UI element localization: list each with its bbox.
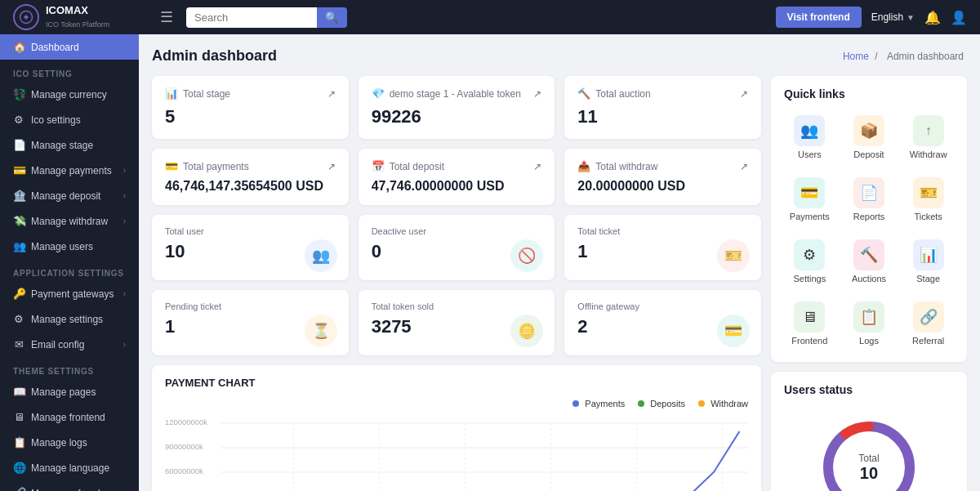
quick-link-users[interactable]: 👥 Users	[784, 110, 835, 164]
withdraw-icon: 📤	[577, 160, 590, 172]
user-icon[interactable]: 👤	[951, 10, 967, 25]
quick-link-label: Reports	[853, 212, 885, 221]
sidebar-item-manage-currency[interactable]: 💱 Manage currency	[0, 82, 139, 107]
sidebar-item-ico-settings[interactable]: ⚙ Ico settings	[0, 107, 139, 132]
sidebar-item-email-config[interactable]: ✉ Email config ›	[0, 332, 139, 357]
quick-link-deposit[interactable]: 📦 Deposit	[844, 110, 895, 164]
sidebar-item-manage-withdraw[interactable]: 💸 Manage withdraw ›	[0, 208, 139, 234]
sidebar-item-label: Manage users	[31, 241, 93, 252]
quick-link-label: Users	[798, 150, 822, 159]
search-button[interactable]: 🔍	[317, 7, 347, 28]
token-icon: 💎	[372, 87, 385, 100]
sidebar-item-label: Manage settings	[31, 314, 103, 325]
sidebar-item-label: Manage frontend	[31, 412, 105, 423]
quick-link-payments[interactable]: 💳 Payments	[784, 172, 835, 226]
svg-text:120000000k: 120000000k	[165, 418, 207, 426]
sidebar-item-manage-deposit[interactable]: 🏦 Manage deposit ›	[0, 183, 139, 208]
legend-withdraw: Withdraw	[698, 399, 748, 408]
stats-row-2: 💳 Total payments ↗ 46,746,147.35654500 U…	[152, 149, 761, 205]
stats-row-1: 📊 Total stage ↗ 5 💎 demo stage 1 - Avala…	[152, 76, 761, 139]
payments-icon: 💳	[165, 160, 178, 172]
quick-link-label: Referral	[912, 336, 944, 346]
sidebar-item-payment-gateways[interactable]: 🔑 Payment gateways ›	[0, 281, 139, 306]
sidebar-item-manage-payments[interactable]: 💳 Manage payments ›	[0, 158, 139, 183]
sidebar-item-manage-stage[interactable]: 📄 Manage stage	[0, 132, 139, 158]
stat-value: 11	[577, 106, 748, 127]
notification-icon[interactable]: 🔔	[924, 10, 941, 25]
payment-chart-card: PAYMENT CHART Payments Deposits Withdraw	[152, 365, 761, 491]
main-content: Admin dashboard Home / Admin dashboard 📊…	[139, 34, 980, 491]
visit-frontend-button[interactable]: Visit frontend	[776, 7, 862, 28]
stat-value: 20.00000000 USD	[577, 179, 748, 194]
sidebar-item-manage-settings[interactable]: ⚙ Manage settings	[0, 306, 139, 332]
page-header: Admin dashboard Home / Admin dashboard	[152, 47, 967, 65]
quick-link-label: Settings	[793, 274, 826, 283]
quick-link-stage[interactable]: 📊 Stage	[902, 234, 954, 288]
token-big-icon: 🪙	[510, 315, 543, 347]
quick-link-logs[interactable]: 📋 Logs	[844, 297, 895, 350]
sidebar-item-dashboard[interactable]: 🏠 Dashboard	[0, 34, 139, 60]
logo-icon	[13, 4, 39, 30]
chart-legend: Payments Deposits Withdraw	[165, 399, 748, 408]
tickets-link-icon: 🎫	[913, 177, 944, 208]
stat-label: 💎 demo stage 1 - Avalable token	[372, 87, 521, 100]
stat-value: 47,746.00000000 USD	[372, 179, 542, 194]
quick-link-settings[interactable]: ⚙ Settings	[784, 234, 835, 288]
sidebar-item-manage-logs[interactable]: 📋 Manage logs	[0, 430, 139, 455]
users-icon: 👥	[13, 240, 24, 252]
sidebar-item-label: Manage deposit	[31, 190, 100, 202]
hamburger-icon[interactable]: ☰	[160, 8, 173, 26]
settings-icon: ⚙	[13, 313, 24, 325]
stat-card-total-withdraw: 📤 Total withdraw ↗ 20.00000000 USD	[564, 149, 761, 205]
quick-link-tickets[interactable]: 🎫 Tickets	[902, 172, 954, 226]
payments-link-icon: 💳	[794, 177, 825, 208]
sidebar-item-manage-frontend[interactable]: 🖥 Manage frontend	[0, 404, 139, 430]
stat-label: 🔨 Total auction	[577, 87, 650, 100]
sidebar-item-manage-language[interactable]: 🌐 Manage language	[0, 455, 139, 480]
arrow-icon: ↗	[327, 88, 336, 100]
quick-link-auctions[interactable]: 🔨 Auctions	[844, 234, 895, 288]
sidebar-item-label: Manage withdraw	[31, 216, 108, 227]
sidebar-item-manage-pages[interactable]: 📖 Manage pages	[0, 379, 139, 404]
stat-card-total-token-sold: Total token sold 3275 🪙	[359, 290, 555, 355]
logo-area: ICOMAX ICO Token Platform	[13, 4, 150, 30]
deactive-big-icon: 🚫	[510, 239, 543, 272]
quick-link-withdraw[interactable]: ↑ Withdraw	[902, 110, 954, 164]
user-stats-row-2: Pending ticket 1 ⏳ Total token sold 3275…	[152, 290, 761, 355]
legend-deposits: Deposits	[638, 399, 685, 408]
arrow-icon: ↗	[740, 161, 748, 172]
ico-settings-icon: ⚙	[13, 114, 24, 126]
breadcrumb: Home / Admin dashboard	[843, 51, 967, 62]
language-icon: 🌐	[13, 462, 24, 474]
chevron-right-icon: ›	[123, 191, 126, 200]
quick-link-label: Payments	[790, 212, 830, 221]
search-input[interactable]	[186, 7, 317, 28]
donut-center-text: Total 10	[858, 453, 879, 483]
language-selector[interactable]: English ▼	[871, 11, 915, 23]
chevron-right-icon: ›	[123, 289, 126, 298]
sidebar: 🏠 Dashboard ICO SETTING 💱 Manage currenc…	[0, 34, 139, 491]
quick-link-frontend[interactable]: 🖥 Frontend	[784, 297, 835, 350]
donut-chart: Total 10	[816, 414, 922, 491]
currency-icon: 💱	[13, 88, 24, 100]
chart-svg: 120000000k 90000000k 60000000k 30000000k…	[165, 415, 748, 491]
stat-card-deactive-user: Deactive user 0 🚫	[359, 215, 555, 280]
left-content: 📊 Total stage ↗ 5 💎 demo stage 1 - Avala…	[152, 76, 761, 491]
stat-card-pending-ticket: Pending ticket 1 ⏳	[152, 290, 349, 355]
sidebar-item-manage-referral[interactable]: 🔗 Manage referral	[0, 480, 139, 491]
settings-link-icon: ⚙	[794, 239, 825, 270]
quick-link-label: Frontend	[791, 336, 827, 346]
sidebar-item-manage-users[interactable]: 👥 Manage users	[0, 234, 139, 259]
quick-link-referral[interactable]: 🔗 Referral	[902, 297, 954, 350]
withdraw-link-icon: ↑	[913, 115, 944, 146]
quick-link-reports[interactable]: 📄 Reports	[844, 172, 895, 226]
arrow-icon: ↗	[533, 161, 541, 172]
payments-icon: 💳	[13, 164, 24, 176]
stat-card-demo-stage: 💎 demo stage 1 - Avalable token ↗ 99226	[359, 76, 555, 139]
pending-big-icon: ⏳	[305, 315, 337, 347]
breadcrumb-home[interactable]: Home	[843, 51, 869, 62]
sidebar-item-label: Manage referral	[31, 488, 100, 492]
breadcrumb-separator: /	[875, 51, 880, 62]
user-big-icon: 👥	[305, 239, 337, 272]
pages-icon: 📖	[13, 386, 24, 398]
